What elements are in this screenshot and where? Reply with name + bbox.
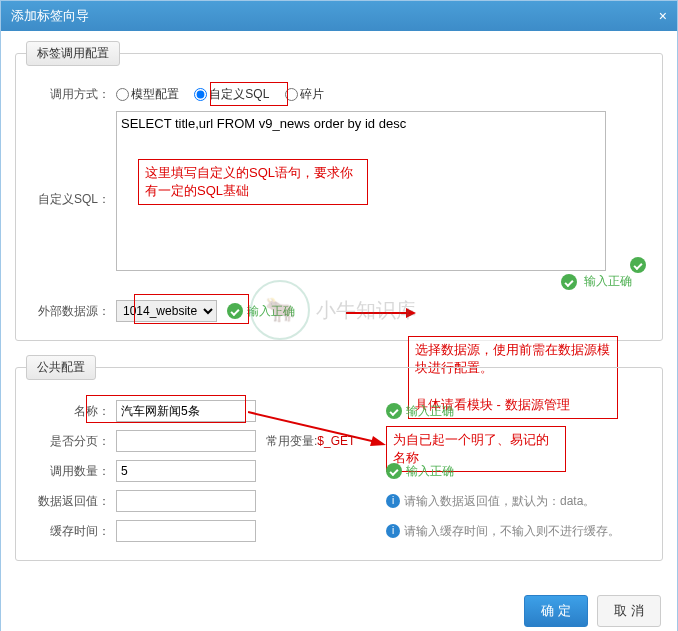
return-input[interactable]: [116, 490, 256, 512]
dialog-title: 添加标签向导: [11, 7, 89, 25]
dialog-titlebar: 添加标签向导 ×: [1, 1, 677, 31]
check-icon: [227, 303, 243, 319]
tag-config-fieldset: 标签调用配置 调用方式： 模型配置 自定义SQL 碎片 自定义SQL： SELE…: [15, 41, 663, 341]
check-icon: [630, 257, 646, 273]
count-label: 调用数量：: [26, 463, 116, 480]
common-vars-value: $_GET: [317, 434, 355, 448]
check-icon: [386, 403, 402, 419]
cancel-button[interactable]: 取 消: [597, 595, 661, 627]
cache-input[interactable]: [116, 520, 256, 542]
arrow-icon: [346, 306, 416, 320]
count-input[interactable]: [116, 460, 256, 482]
annotation-sql: 这里填写自定义的SQL语句，要求你有一定的SQL基础: [138, 159, 368, 205]
datasource-label: 外部数据源：: [26, 303, 116, 320]
info-icon: i: [386, 494, 400, 508]
pagination-label: 是否分页：: [26, 433, 116, 450]
public-config-legend: 公共配置: [26, 355, 96, 380]
return-label: 数据返回值：: [26, 493, 116, 510]
name-label: 名称：: [26, 403, 116, 420]
mode-radio-sql[interactable]: 自定义SQL: [194, 87, 269, 101]
cache-hint: 请输入缓存时间，不输入则不进行缓存。: [404, 523, 620, 540]
mode-radio-fragment[interactable]: 碎片: [285, 87, 324, 101]
cache-label: 缓存时间：: [26, 523, 116, 540]
check-icon: [386, 463, 402, 479]
pagination-input[interactable]: [116, 430, 256, 452]
datasource-select[interactable]: 1014_website: [116, 300, 217, 322]
public-config-fieldset: 公共配置 名称： 输入正确 是否分页： 常用变量: $_GET 为自已起一个明了…: [15, 355, 663, 561]
name-ok-text: 输入正确: [406, 403, 454, 420]
mode-radio-fragment-input[interactable]: [285, 88, 298, 101]
check-icon: [561, 274, 577, 290]
sql-ok-text: 输入正确: [584, 274, 632, 288]
ds-ok-text: 输入正确: [247, 303, 295, 320]
common-vars-label: 常用变量:: [266, 433, 317, 450]
mode-radio-model[interactable]: 模型配置: [116, 87, 179, 101]
info-icon: i: [386, 524, 400, 538]
mode-radio-sql-input[interactable]: [194, 88, 207, 101]
dialog-footer: 确 定 取 消: [1, 585, 677, 631]
count-ok-text: 输入正确: [406, 463, 454, 480]
svg-marker-1: [406, 308, 416, 318]
return-hint: 请输入数据返回值，默认为：data。: [404, 493, 595, 510]
name-input[interactable]: [116, 400, 256, 422]
tag-config-legend: 标签调用配置: [26, 41, 120, 66]
close-icon[interactable]: ×: [659, 8, 667, 24]
mode-label: 调用方式：: [26, 86, 116, 103]
ok-button[interactable]: 确 定: [524, 595, 588, 627]
sql-label: 自定义SQL：: [26, 111, 116, 208]
mode-radio-model-input[interactable]: [116, 88, 129, 101]
